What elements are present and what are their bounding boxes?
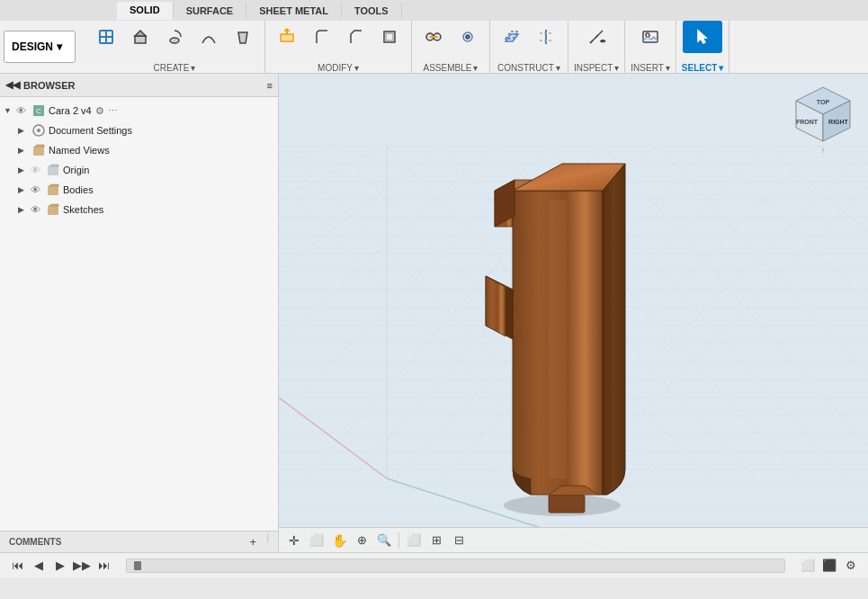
assemble-new-joint-btn[interactable] [417, 21, 450, 53]
tree-icon-origin [45, 163, 61, 177]
tree-arrow-doc[interactable]: ▶ [18, 126, 31, 135]
select-group-label: SELECT [682, 63, 717, 73]
tab-surface[interactable]: SURFACE [174, 3, 247, 19]
svg-rect-11 [386, 33, 393, 40]
svg-rect-31 [48, 207, 58, 215]
comments-add-btn[interactable]: + [243, 532, 263, 552]
svg-rect-7 [281, 34, 293, 41]
insert-image-btn[interactable] [634, 21, 667, 53]
select-arrow-icon: ▾ [719, 63, 723, 73]
insert-arrow-icon: ▾ [666, 63, 670, 73]
create-revolve-btn[interactable] [158, 21, 191, 53]
modify-press-pull-btn[interactable] [271, 21, 303, 53]
construct-arrow-icon: ▾ [556, 63, 560, 73]
tree-label-doc: Document Settings [49, 125, 132, 136]
tree-label-named-views: Named Views [49, 145, 110, 156]
svg-line-20 [595, 35, 598, 38]
playback-end-btn[interactable]: ⏭ [94, 556, 113, 576]
viewport-orbit-btn[interactable]: ✋ [329, 531, 349, 550]
viewport-pan-btn[interactable]: ✛ [284, 531, 304, 550]
create-loft-btn[interactable] [227, 21, 259, 53]
construct-midplane-btn[interactable] [530, 21, 562, 53]
create-sweep-btn[interactable] [192, 21, 225, 53]
toolbar-group-create: CREATE ▾ [85, 21, 265, 73]
toolbar-group-construct: CONSTRUCT ▾ [490, 21, 568, 73]
mode-icon-btn[interactable]: ⬜ [798, 556, 818, 576]
viewport-grid-btn[interactable]: ⊞ [426, 531, 446, 550]
mode-icon2-btn[interactable]: ⬛ [819, 556, 839, 576]
tree-eye-root[interactable]: 👁 [16, 105, 31, 116]
assemble-arrow-icon: ▾ [473, 63, 478, 73]
svg-rect-28 [33, 148, 44, 156]
playback-next-btn[interactable]: ▶▶ [72, 556, 92, 576]
tree-label-origin: Origin [63, 165, 89, 175]
tree-arrow-sketches[interactable]: ▶ [18, 205, 31, 214]
inspect-arrow-icon: ▾ [614, 63, 619, 73]
tree-gear-icon[interactable]: ⚙ [95, 105, 104, 117]
svg-rect-3 [135, 36, 146, 43]
comments-bar: COMMENTS + | [0, 531, 278, 552]
create-group-label: CREATE [154, 63, 190, 73]
bottom-playback-bar: ⏮ ◀ ▶ ▶▶ ⏭ ⬜ ⬛ ⚙ [0, 552, 868, 577]
viewport-zoom-btn[interactable]: 🔍 [374, 531, 394, 550]
tab-tools[interactable]: TOOLS [342, 3, 402, 19]
tree-eye-origin[interactable]: 👁 [31, 165, 45, 175]
tree-arrow-root[interactable]: ▼ [4, 106, 16, 115]
svg-rect-29 [48, 167, 58, 175]
tree-icon-root: C [31, 103, 47, 118]
settings-btn[interactable]: ⚙ [841, 556, 861, 576]
viewport-capture-btn[interactable]: ⬜ [307, 531, 327, 550]
svg-text:↑: ↑ [821, 146, 826, 155]
comments-divider: | [266, 532, 269, 552]
tree-label-sketches: Sketches [63, 204, 103, 215]
tree-options-icon[interactable]: ⋯ [108, 105, 118, 117]
assemble-group-label: ASSEMBLE [424, 63, 472, 73]
select-btn[interactable] [683, 21, 722, 53]
tab-sheet-metal[interactable]: SHEET METAL [246, 3, 342, 19]
construct-group-label: CONSTRUCT [497, 63, 554, 73]
tree-icon-named-views [31, 143, 47, 157]
tree-arrow-named-views[interactable]: ▶ [18, 146, 31, 155]
browser-collapse-icon[interactable]: ◀◀ [5, 79, 20, 91]
timeline-track[interactable] [126, 559, 785, 573]
create-new-component-btn[interactable] [90, 21, 122, 53]
viewport-toolbar: ✛ ⬜ ✋ ⊕ 🔍 ⬜ ⊞ ⊟ [279, 527, 868, 552]
tab-solid[interactable]: SOLID [117, 2, 174, 20]
browser-options-icon[interactable]: ≡ [267, 80, 273, 91]
tree-icon-bodies [45, 183, 61, 197]
viewport[interactable]: TOP FRONT RIGHT ↑ ✛ ⬜ ✋ ⊕ 🔍 ⬜ ⊞ ⊟ [279, 74, 868, 552]
tree-eye-bodies[interactable]: 👁 [31, 184, 45, 195]
design-dropdown-icon: ▾ [57, 40, 62, 53]
tree-arrow-bodies[interactable]: ▶ [18, 185, 31, 194]
svg-text:RIGHT: RIGHT [828, 119, 849, 125]
modify-shell-btn[interactable] [373, 21, 406, 53]
design-button[interactable]: DESIGN ▾ [4, 31, 76, 63]
design-label: DESIGN [12, 40, 53, 53]
viewport-fit-btn[interactable]: ⊕ [352, 531, 371, 550]
tree-item-bodies[interactable]: ▶ 👁 Bodies [0, 180, 278, 200]
viewport-snap-btn[interactable]: ⊟ [449, 531, 469, 550]
insert-group-label: INSERT [631, 63, 664, 73]
tree-eye-sketches[interactable]: 👁 [31, 204, 45, 215]
create-extrude-btn[interactable] [124, 21, 157, 53]
svg-rect-30 [48, 187, 58, 195]
viewport-display-btn[interactable]: ⬜ [404, 531, 424, 550]
viewcube[interactable]: TOP FRONT RIGHT ↑ [787, 83, 859, 155]
tree-item-root[interactable]: ▼ 👁 C Cara 2 v4 ⚙ ⋯ [0, 101, 278, 121]
tree-arrow-origin[interactable]: ▶ [18, 165, 31, 174]
create-arrow-icon: ▾ [191, 63, 195, 73]
inspect-measure-btn[interactable]: ↔ [580, 21, 613, 53]
tree-item-named-views[interactable]: ▶ Named Views [0, 140, 278, 160]
modify-chamfer-btn[interactable] [339, 21, 371, 53]
tree-item-sketches[interactable]: ▶ 👁 Sketches [0, 200, 278, 219]
tree-item-origin[interactable]: ▶ 👁 Origin [0, 160, 278, 180]
playback-play-btn[interactable]: ▶ [50, 556, 70, 576]
tree-item-doc-settings[interactable]: ▶ Document Settings [0, 121, 278, 140]
playback-start-btn[interactable]: ⏮ [7, 556, 27, 576]
svg-line-19 [590, 40, 593, 43]
svg-text:C: C [36, 107, 41, 115]
modify-fillet-btn[interactable] [305, 21, 337, 53]
assemble-joint-origin-btn[interactable] [452, 21, 484, 53]
playback-prev-btn[interactable]: ◀ [29, 556, 49, 576]
construct-offset-plane-btn[interactable] [496, 21, 528, 53]
